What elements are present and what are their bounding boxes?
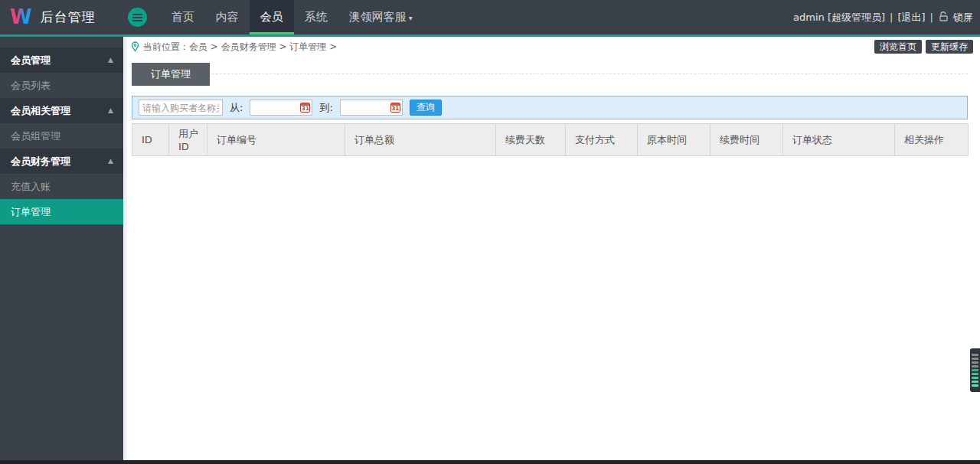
tab-order-management[interactable]: 订单管理 — [132, 63, 210, 86]
col-header-order-no: 订单编号 — [207, 124, 345, 156]
sidebar-group-member-related[interactable]: 会员相关管理▲ — [0, 98, 123, 123]
app-title: 后台管理 — [41, 8, 96, 26]
filter-bar: 从: 31 到: 31 查询 — [132, 96, 968, 119]
sidebar-group-member-finance[interactable]: 会员财务管理▲ — [0, 149, 123, 174]
admin-backend-page: W 后台管理 首页 内容 会员 系统 澳领网客服▾ admin [超级管理员] … — [0, 0, 980, 464]
nav-item-home[interactable]: 首页 — [161, 0, 205, 34]
logout-link[interactable]: [退出] — [897, 11, 925, 25]
horizontal-scrollbar[interactable] — [0, 460, 980, 464]
breadcrumb: 当前位置：会员 > 会员财务管理 > 订单管理 > — [127, 37, 980, 57]
chevron-down-icon: ▾ — [409, 14, 413, 22]
col-header-order-status: 订单状态 — [783, 124, 895, 156]
col-header-order-total: 订单总额 — [345, 124, 496, 156]
floating-side-widget[interactable] — [970, 348, 980, 392]
sidebar-group-member-management[interactable]: 会员管理▲ — [0, 47, 123, 73]
content-area: 当前位置：会员 > 会员财务管理 > 订单管理 > 浏览首页 更新缓存 订单管理… — [127, 37, 980, 460]
nav-item-content[interactable]: 内容 — [205, 0, 250, 34]
chevron-up-icon: ▲ — [108, 149, 113, 174]
col-header-renewal-time: 续费时间 — [710, 124, 783, 156]
top-navbar: W 后台管理 首页 内容 会员 系统 澳领网客服▾ admin [超级管理员] … — [0, 0, 980, 34]
sidebar-item-recharge[interactable]: 充值入账 — [0, 174, 123, 199]
col-header-id: ID — [132, 124, 169, 156]
col-header-renewal-days: 续费天数 — [496, 124, 566, 156]
main-nav: 首页 内容 会员 系统 澳领网客服▾ — [161, 0, 423, 34]
logo-w-icon: W — [10, 0, 32, 34]
user-account-label: admin [超级管理员] — [793, 11, 885, 25]
from-label: 从: — [230, 101, 243, 115]
col-header-user-id: 用户ID — [169, 124, 207, 156]
menu-toggle-icon[interactable] — [128, 8, 147, 27]
browse-home-button[interactable]: 浏览首页 — [874, 40, 922, 54]
col-header-payment-method: 支付方式 — [566, 124, 638, 156]
orders-table: ID 用户ID 订单编号 订单总额 续费天数 支付方式 原本时间 续费时间 订单… — [132, 123, 969, 156]
sidebar-item-member-group[interactable]: 会员组管理 — [0, 123, 123, 149]
chevron-up-icon: ▲ — [108, 98, 113, 123]
lock-screen-link[interactable]: 锁屏 — [953, 11, 973, 25]
date-to-field: 31 — [340, 100, 403, 116]
user-area: admin [超级管理员] | [退出] | 锁屏 — [793, 0, 980, 34]
chevron-up-icon: ▲ — [108, 47, 113, 73]
separator: | — [890, 11, 893, 23]
sidebar-item-order-management[interactable]: 订单管理 — [0, 199, 123, 224]
col-header-actions: 相关操作 — [895, 124, 969, 156]
sidebar-item-member-list[interactable]: 会员列表 — [0, 73, 123, 98]
calendar-icon[interactable]: 31 — [300, 103, 310, 113]
date-from-field: 31 — [250, 100, 312, 116]
nav-item-member[interactable]: 会员 — [250, 0, 294, 34]
buyer-keyword-input[interactable] — [139, 100, 223, 116]
location-pin-icon — [131, 41, 139, 52]
to-label: 到: — [319, 101, 332, 115]
search-button[interactable]: 查询 — [410, 100, 442, 116]
breadcrumb-text: 当前位置：会员 > 会员财务管理 > 订单管理 > — [143, 41, 337, 54]
page-actions: 浏览首页 更新缓存 — [874, 40, 973, 54]
calendar-icon[interactable]: 31 — [390, 103, 400, 113]
nav-item-customer-service[interactable]: 澳领网客服▾ — [338, 0, 423, 34]
sidebar: 会员管理▲ 会员列表 会员相关管理▲ 会员组管理 会员财务管理▲ 充值入账 订单… — [0, 37, 123, 460]
unlock-icon — [939, 11, 949, 24]
logo[interactable]: W 后台管理 — [0, 0, 96, 34]
tab-bar: 订单管理 — [132, 63, 968, 86]
nav-item-system[interactable]: 系统 — [294, 0, 338, 34]
col-header-original-time: 原本时间 — [638, 124, 710, 156]
separator: | — [930, 11, 933, 23]
table-header-row: ID 用户ID 订单编号 订单总额 续费天数 支付方式 原本时间 续费时间 订单… — [132, 124, 969, 156]
update-cache-button[interactable]: 更新缓存 — [926, 40, 973, 54]
